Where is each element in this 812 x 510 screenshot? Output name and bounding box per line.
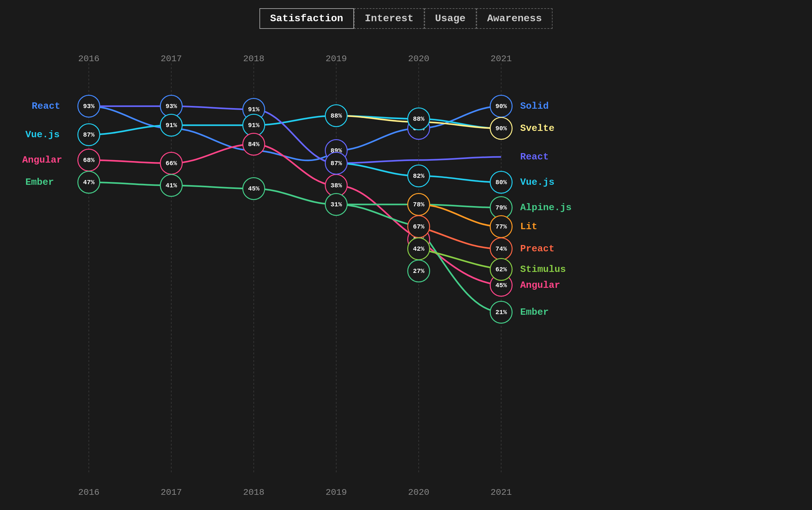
tab-interest[interactable]: Interest — [354, 8, 425, 29]
tab-awareness[interactable]: Awareness — [476, 8, 553, 29]
tab-usage[interactable]: Usage — [425, 8, 476, 29]
node-ember-2016: 47% — [78, 171, 100, 194]
node-stimulus-2021: 62% — [490, 258, 513, 281]
node-preact-2020: 67% — [407, 215, 430, 238]
chart-container: 2016 2017 2018 2019 2020 2021 2016 2017 … — [0, 44, 812, 510]
node-react-2021: 90% — [490, 95, 513, 118]
node-react-blue-2019: 87% — [325, 152, 348, 175]
node-lit-2021: 77% — [490, 215, 513, 238]
node-vuejs-2019: 88% — [325, 104, 348, 127]
node-ember-2018: 45% — [242, 177, 265, 200]
node-lit-2020: 78% — [407, 193, 430, 216]
node-vuejs-2020: 88% — [407, 108, 430, 130]
node-react-2016: 93% — [78, 95, 100, 118]
node-vuejs-2016: 87% — [78, 123, 100, 146]
chart-lines — [0, 44, 812, 510]
node-ember-2017: 41% — [160, 174, 183, 197]
node-ember-2020: 27% — [407, 260, 430, 282]
tab-satisfaction[interactable]: Satisfaction — [259, 8, 354, 29]
node-vuejs-new-2020: 82% — [407, 164, 430, 187]
node-vuejs-2021: 90% — [490, 117, 513, 140]
node-angular-2016: 68% — [78, 149, 100, 172]
node-ember-2021: 21% — [490, 301, 513, 324]
node-vuejs-2017: 91% — [160, 114, 183, 137]
node-preact-2021: 74% — [490, 237, 513, 260]
tab-bar: Satisfaction Interest Usage Awareness — [0, 0, 812, 29]
node-angular-2018: 84% — [242, 133, 265, 156]
node-ember-2019: 31% — [325, 193, 348, 216]
node-vuejs-new-2021: 80% — [490, 171, 513, 194]
node-stimulus-2020: 42% — [407, 237, 430, 260]
node-angular-2017: 66% — [160, 152, 183, 175]
